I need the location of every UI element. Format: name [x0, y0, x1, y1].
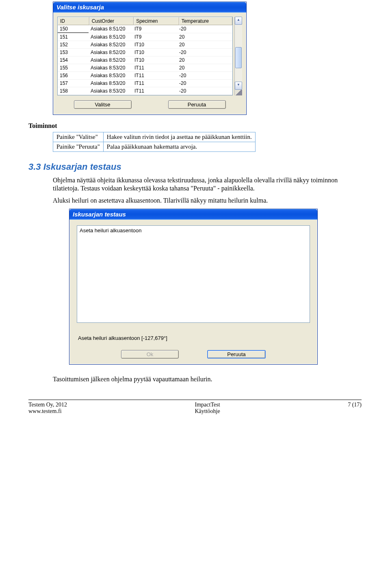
cell-painike-valitse: Painike "Valitse"	[53, 132, 104, 142]
cell-id: 156	[58, 72, 89, 79]
cell-spec: IT10	[132, 49, 177, 56]
cell-temp: -20	[177, 80, 230, 87]
iskusarjan-testaus-dialog: Iskusarjan testaus Aseta heiluri alkuase…	[69, 209, 318, 365]
cell-temp: 20	[177, 56, 230, 64]
cell-id: 152	[58, 41, 89, 48]
cell-temp: 20	[177, 33, 230, 41]
cell-peruuta-desc: Palaa pääikkunaan hakematta arvoja.	[103, 142, 255, 152]
cell-cust: Asiakas 8:52/20	[89, 41, 132, 48]
cell-spec: IT9	[132, 25, 177, 33]
scroll-thumb[interactable]	[235, 47, 242, 68]
table-row[interactable]: 150Asiakas 8:51/20IT9-20	[58, 25, 232, 33]
cell-id: 158	[58, 87, 89, 95]
col-header-specimen[interactable]: Specimen	[134, 17, 179, 25]
footer-appname: ImpactTest	[195, 402, 220, 408]
page-footer: Testem Oy, 2012 www.testem.fi ImpactTest…	[28, 400, 362, 415]
cell-spec: IT11	[132, 64, 177, 71]
table-row: Painike "Peruuta" Palaa pääikkunaan hake…	[53, 142, 256, 152]
resize-grip-icon[interactable]	[235, 90, 242, 95]
cell-id: 157	[58, 80, 89, 87]
cell-cust: Asiakas 8:53/20	[89, 87, 132, 95]
footer-company: Testem Oy, 2012	[28, 402, 67, 408]
cell-cust: Asiakas 8:51/20	[89, 33, 132, 41]
cell-painike-peruuta: Painike "Peruuta"	[53, 142, 104, 152]
cell-id: 153	[58, 49, 89, 56]
table-row[interactable]: 153Asiakas 8:52/20IT10-20	[58, 49, 232, 56]
scroll-down-icon[interactable]: ▼	[235, 82, 242, 90]
col-header-id[interactable]: ID	[58, 17, 89, 25]
cell-cust: Asiakas 8:52/20	[89, 56, 132, 64]
table-row[interactable]: 156Asiakas 8:53/20IT11-20	[58, 72, 232, 80]
cell-cust: Asiakas 8:53/20	[89, 64, 132, 71]
dialog2-title: Iskusarjan testaus	[69, 209, 317, 220]
status-line: Aseta heiluri alkuasentoon [-127,679°]	[78, 335, 310, 341]
ok-button: Ok	[121, 350, 179, 359]
valitse-iskusarja-dialog: Valitse iskusarja ID CustOrder Specimen …	[53, 2, 247, 115]
toiminnot-heading: Toiminnot	[28, 122, 362, 130]
table-row[interactable]: 155Asiakas 8:53/20IT1120	[58, 64, 232, 72]
col-header-temperature[interactable]: Temperature	[179, 17, 232, 25]
footer-pagenum: 7 (17)	[348, 402, 362, 415]
cell-temp: -20	[177, 49, 230, 56]
cell-id: 151	[58, 33, 89, 41]
cell-cust: Asiakas 8:52/20	[89, 49, 132, 56]
peruuta-button[interactable]: Peruuta	[168, 100, 226, 109]
table-row[interactable]: 152Asiakas 8:52/20IT1020	[58, 41, 232, 49]
table-row[interactable]: 158Asiakas 8:53/20IT11-20	[58, 87, 232, 95]
cell-spec: IT11	[132, 80, 177, 87]
cell-spec: IT10	[132, 41, 177, 48]
cell-valitse-desc: Hakee valitun rivin tiedot ja asettaa ne…	[103, 132, 255, 142]
cell-temp: -20	[177, 72, 230, 79]
cell-id: 150	[58, 25, 89, 33]
peruuta-button-2[interactable]: Peruuta	[207, 350, 266, 359]
cell-spec: IT9	[132, 33, 177, 41]
cell-temp: -20	[177, 87, 230, 95]
col-header-custorder[interactable]: CustOrder	[89, 17, 134, 25]
cell-spec: IT11	[132, 87, 177, 95]
table-row[interactable]: 151Asiakas 8:51/20IT920	[58, 33, 232, 41]
footer-doctype: Käyttöohje	[195, 408, 220, 415]
scroll-up-icon[interactable]: ▲	[235, 17, 242, 25]
table-row[interactable]: 154Asiakas 8:52/20IT1020	[58, 56, 232, 64]
table-row: Painike "Valitse" Hakee valitun rivin ti…	[53, 132, 256, 142]
iskusarja-listview[interactable]: ID CustOrder Specimen Temperature 150Asi…	[57, 17, 233, 95]
cell-id: 154	[58, 56, 89, 64]
cell-temp: -20	[177, 25, 230, 33]
toiminnot-table: Painike "Valitse" Hakee valitun rivin ti…	[53, 132, 256, 152]
cell-spec: IT10	[132, 56, 177, 64]
table-row[interactable]: 157Asiakas 8:53/20IT11-20	[58, 80, 232, 87]
cell-temp: 20	[177, 64, 230, 71]
instructions-memo[interactable]: Aseta heiluri alkuasentoon	[77, 225, 310, 323]
para-3: Tasoittumisen jälkeen ohjelma pyytää vap…	[53, 375, 362, 383]
dialog-title: Valitse iskusarja	[53, 2, 246, 13]
para-1: Ohjelma näyttää ohjeita ikkunassa olevas…	[53, 176, 362, 192]
footer-url: www.testem.fi	[28, 408, 67, 415]
cell-cust: Asiakas 8:53/20	[89, 72, 132, 79]
cell-temp: 20	[177, 41, 230, 48]
cell-cust: Asiakas 8:51/20	[89, 25, 132, 33]
para-2: Aluksi heiluri on asetettava alkuasentoo…	[53, 197, 362, 205]
cell-spec: IT11	[132, 72, 177, 79]
valitse-button[interactable]: Valitse	[74, 100, 132, 109]
cell-id: 155	[58, 64, 89, 71]
section-heading: 3.3 Iskusarjan testaus	[28, 162, 362, 172]
cell-cust: Asiakas 8:53/20	[89, 80, 132, 87]
listview-scrollbar[interactable]: ▲ ▼	[234, 17, 242, 95]
